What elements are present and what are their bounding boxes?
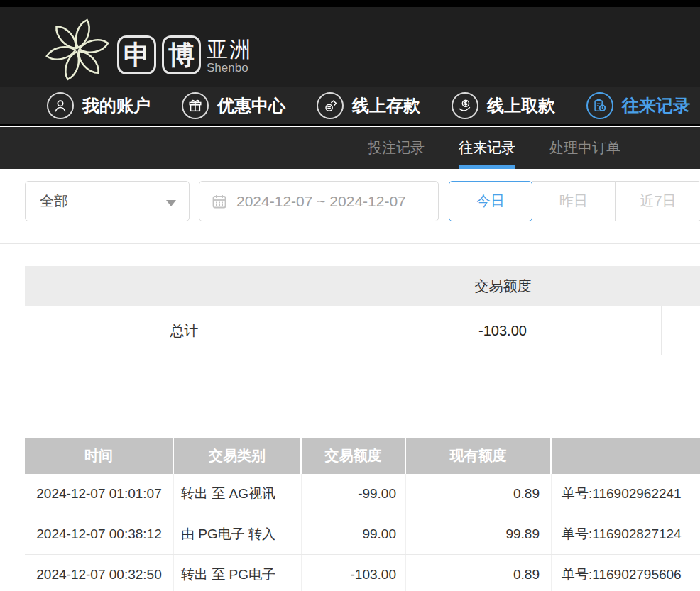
date-range-input[interactable]: 2024-12-07 ~ 2024-12-07 (199, 181, 439, 221)
cell-balance: 0.89 (406, 555, 552, 591)
nav-item-deposit[interactable]: 线上存款 (317, 92, 420, 119)
withdraw-icon (452, 92, 478, 119)
logo-region-text: 亚洲 (207, 35, 252, 65)
nav-label: 优惠中心 (217, 94, 285, 117)
nav-label: 线上存款 (352, 94, 420, 117)
transactions-table: 时间 交易类别 交易额度 现有额度 2024-12-07 01:01:07 转出… (25, 438, 700, 591)
cell-amount: 99.00 (302, 514, 406, 554)
calendar-icon (211, 193, 228, 210)
logo-char-bo: 博 (162, 35, 201, 74)
gift-icon (182, 92, 209, 119)
column-header-amount: 交易额度 (302, 438, 406, 474)
section-divider (0, 243, 700, 244)
nav-item-my-account[interactable]: 我的账户 (47, 92, 151, 119)
transactions-header-row: 时间 交易类别 交易额度 现有额度 (25, 438, 700, 474)
record-tabs: 投注记录 往来记录 处理中订单 (0, 127, 700, 169)
table-row: 2024-12-07 00:32:50 转出 至 PG电子 -103.00 0.… (25, 555, 700, 591)
cell-time: 2024-12-07 00:38:12 (25, 514, 174, 554)
cell-time: 2024-12-07 01:01:07 (25, 474, 174, 514)
cell-order-number: 单号:116902827124 (552, 514, 700, 554)
summary-table: 交易额度 总计 -103.00 (25, 266, 700, 355)
deposit-icon (317, 92, 344, 119)
cell-time: 2024-12-07 00:32:50 (25, 555, 174, 591)
column-header-type: 交易类别 (174, 438, 302, 474)
summary-total-row: 总计 -103.00 (25, 306, 700, 355)
tab-transaction-records[interactable]: 往来记录 (459, 127, 515, 169)
yesterday-button[interactable]: 昨日 (532, 181, 616, 221)
type-select-value: 全部 (40, 192, 68, 211)
summary-total-label: 总计 (25, 306, 344, 355)
nav-item-promotions[interactable]: 优惠中心 (182, 92, 285, 119)
logo-english-text: Shenbo (207, 61, 248, 75)
cell-amount: -99.00 (302, 474, 406, 514)
cell-order-number: 单号:116902795606 (552, 555, 700, 591)
column-header-balance: 现有额度 (406, 438, 552, 474)
column-header-time: 时间 (25, 438, 174, 474)
table-row: 2024-12-07 00:38:12 由 PG电子 转入 99.00 99.8… (25, 514, 700, 555)
nav-label: 我的账户 (82, 94, 151, 117)
nav-label: 线上取款 (487, 94, 555, 117)
cell-order-number: 单号:116902962241 (552, 474, 700, 514)
nav-item-withdraw[interactable]: 线上取款 (452, 92, 555, 119)
cell-amount: -103.00 (302, 555, 406, 591)
chevron-down-icon (166, 200, 176, 206)
cell-type: 转出 至 PG电子 (174, 555, 302, 591)
cell-type: 由 PG电子 转入 (174, 514, 302, 554)
logo-char-shen: 申 (117, 35, 156, 74)
records-icon (586, 92, 613, 119)
filter-row: 全部 2024-12-07 ~ 2024-12-07 今日 昨日 近7日 (25, 181, 700, 221)
type-select[interactable]: 全部 (25, 181, 190, 221)
table-row: 2024-12-07 01:01:07 转出 至 AG视讯 -99.00 0.8… (25, 474, 700, 514)
cell-type: 转出 至 AG视讯 (174, 474, 302, 514)
last7days-button[interactable]: 近7日 (615, 181, 700, 221)
quick-range-buttons: 今日 昨日 近7日 (449, 181, 700, 221)
tab-betting-records[interactable]: 投注记录 (368, 127, 425, 169)
nav-label: 往来记录 (622, 94, 690, 117)
brand-header: 申 博 亚洲 Shenbo (0, 7, 700, 87)
summary-total-amount: -103.00 (344, 306, 662, 355)
nav-item-transaction-records[interactable]: 往来记录 (586, 92, 690, 119)
tab-pending-orders[interactable]: 处理中订单 (549, 127, 620, 169)
user-icon (47, 92, 74, 119)
cell-balance: 99.89 (406, 514, 552, 554)
summary-header-amount: 交易额度 (344, 277, 662, 296)
top-black-bar (0, 0, 700, 7)
cell-balance: 0.89 (406, 474, 552, 514)
date-range-value: 2024-12-07 ~ 2024-12-07 (236, 193, 406, 210)
column-header-order (552, 438, 700, 474)
main-nav: 我的账户 优惠中心 线上存款 (0, 87, 700, 126)
summary-header-row: 交易额度 (25, 266, 700, 306)
flower-logo-icon (43, 15, 112, 84)
today-button[interactable]: 今日 (449, 181, 532, 221)
page: 申 博 亚洲 Shenbo 我的账户 优惠中心 (0, 0, 700, 591)
